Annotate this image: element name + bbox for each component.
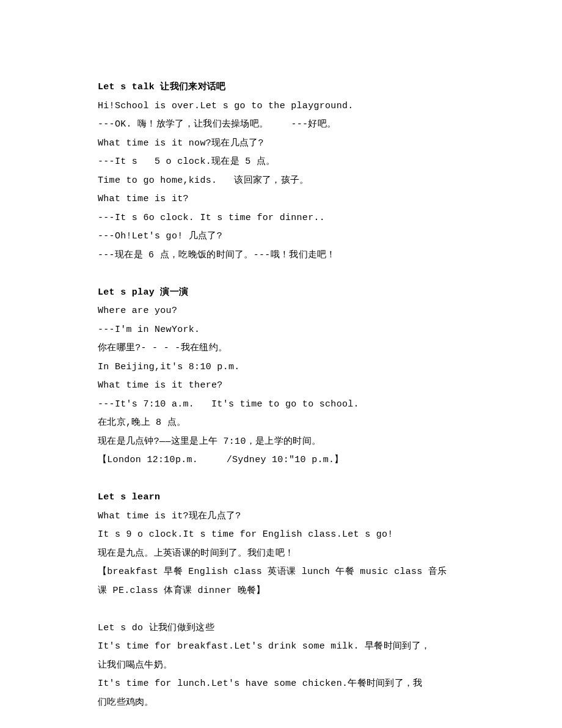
document-page: Let s talk 让我们来对话吧 Hi!School is over.Let… xyxy=(0,0,562,728)
body-text: ---Oh!Let's go! 几点了? xyxy=(98,227,464,246)
heading-lets-learn: Let s learn xyxy=(98,488,464,507)
body-text: 【London 12:10p.m. /Sydney 10:"10 p.m.】 xyxy=(98,451,464,470)
blank-line xyxy=(98,470,464,489)
body-text: Time to go home,kids. 该回家了，孩子。 xyxy=(98,172,464,191)
body-text: What time is it?现在几点了? xyxy=(98,507,464,526)
body-text: It's time for lunch.Let's have some chic… xyxy=(98,675,464,694)
body-text: What time is it there? xyxy=(98,377,464,395)
blank-line xyxy=(98,265,464,284)
body-text: ---It's 7:10 a.m. It's time to go to sch… xyxy=(98,395,464,414)
body-text: 【breakfast 早餐 English class 英语课 lunch 午餐… xyxy=(98,563,464,582)
body-text: What time is it now?现在几点了? xyxy=(98,134,464,153)
body-text: Hi!School is over.Let s go to the playgr… xyxy=(98,97,464,116)
body-text: It's time for breakfast.Let's drink some… xyxy=(98,638,464,656)
heading-lets-talk: Let s talk 让我们来对话吧 xyxy=(98,78,464,97)
body-text: ---I'm in NewYork. xyxy=(98,321,464,340)
body-text: Let s do 让我们做到这些 xyxy=(98,619,464,638)
body-text: In Beijing,it's 8:10 p.m. xyxy=(98,358,464,377)
body-text: ---It s 6o clock. It s time for dinner.. xyxy=(98,209,464,228)
body-text: What time is it? xyxy=(98,190,464,209)
body-text: 现在是九点。上英语课的时间到了。我们走吧！ xyxy=(98,545,464,564)
body-text: ---OK. 嗨！放学了，让我们去操场吧。 ---好吧。 xyxy=(98,116,464,134)
body-text: 现在是几点钟?——这里是上午 7:10，是上学的时间。 xyxy=(98,433,464,452)
body-text: 们吃些鸡肉。 xyxy=(98,694,464,713)
body-text: 让我们喝点牛奶。 xyxy=(98,656,464,675)
heading-lets-play: Let s play 演一演 xyxy=(98,284,464,303)
blank-line xyxy=(98,600,464,619)
body-text: Where are you? xyxy=(98,302,464,321)
body-text: ---现在是 6 点，吃晚饭的时间了。---哦！我们走吧！ xyxy=(98,246,464,265)
body-text: 你在哪里?- - - -我在纽约。 xyxy=(98,339,464,358)
body-text: It s 9 o clock.It s time for English cla… xyxy=(98,526,464,545)
body-text: ---It s 5 o clock.现在是 5 点。 xyxy=(98,153,464,172)
body-text: 课 PE.class 体育课 dinner 晚餐】 xyxy=(98,582,464,601)
body-text: 在北京,晚上 8 点。 xyxy=(98,414,464,433)
